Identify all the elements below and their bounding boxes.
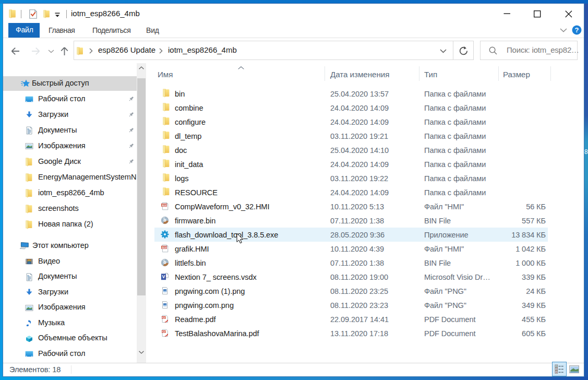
svg-text:?: ? xyxy=(575,26,579,34)
